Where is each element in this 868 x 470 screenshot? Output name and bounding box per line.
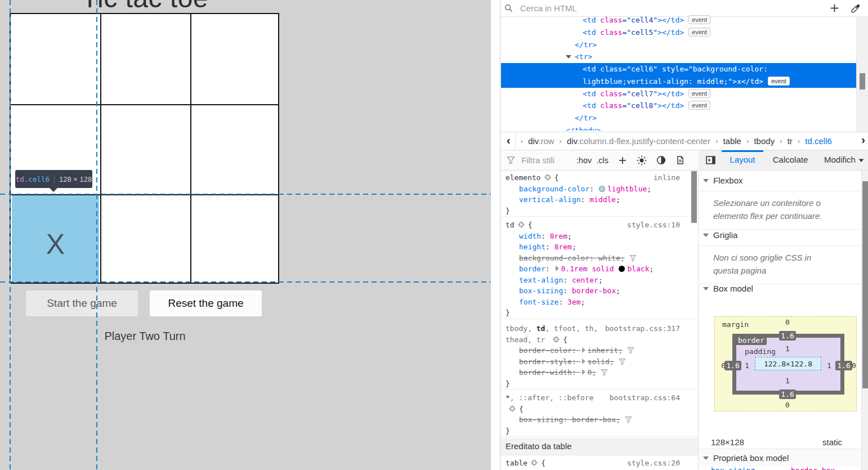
rule-source-link[interactable]: inline <box>654 172 680 183</box>
breadcrumb-forward-chevron[interactable]: › <box>861 133 865 146</box>
expand-arrow-icon[interactable] <box>582 369 585 375</box>
pseudo-class-toggle[interactable]: :hov <box>576 156 592 165</box>
rule-selector-line[interactable]: *, ::after, ::beforebootstrap.css:64 <box>505 392 699 404</box>
sidebar-toggle-icon[interactable] <box>703 153 718 168</box>
rule-declaration[interactable]: box-sizing: border-box; <box>505 285 699 297</box>
color-swatch[interactable] <box>599 186 605 192</box>
rule-declaration[interactable]: font-size: 3em; <box>505 297 699 308</box>
breadcrumb-item-div[interactable]: div.row <box>527 136 555 146</box>
add-node-icon[interactable] <box>827 1 842 16</box>
selector-highlighter-icon[interactable] <box>553 336 560 343</box>
overridden-filter-icon[interactable] <box>629 254 637 262</box>
overridden-filter-icon[interactable] <box>601 369 608 376</box>
filter-styles-placeholder[interactable]: Filtra stili <box>521 155 554 165</box>
padding-left-value[interactable]: 1 <box>739 361 755 370</box>
rule-declaration[interactable]: border: 0.1rem solid black; <box>505 263 699 275</box>
rule-source-link[interactable]: bootstrap.css:317 <box>605 323 680 334</box>
padding-bottom-value[interactable]: 1 <box>779 377 796 385</box>
boxmodel-section-header[interactable]: Box model <box>699 279 868 299</box>
rule-selector-line[interactable]: { <box>505 404 699 415</box>
breadcrumb-item-td[interactable]: td.cell6 <box>804 136 833 146</box>
css-rule[interactable]: tbody, td, tfoot, th,bootstrap.css:317th… <box>501 321 699 390</box>
css-rule[interactable]: td{style.css:10width: 8rem;height: 8rem;… <box>501 218 699 319</box>
rule-declaration[interactable]: border-color: inherit; <box>505 345 699 356</box>
grid-cell-cell6-highlighted[interactable]: X <box>12 195 99 283</box>
dark-mode-simulation-icon[interactable] <box>654 153 668 168</box>
expand-arrow-icon[interactable] <box>582 359 585 364</box>
start-game-button[interactable]: Start the game <box>26 290 138 316</box>
rule-selector-line[interactable]: thead, tr { <box>505 334 699 346</box>
expand-arrow-icon[interactable] <box>582 347 585 353</box>
event-badge[interactable]: event <box>688 15 710 24</box>
rule-selector-line[interactable]: elemento{inline <box>505 172 699 183</box>
breadcrumb-item-table[interactable]: table <box>722 136 742 146</box>
overridden-filter-icon[interactable] <box>627 347 634 354</box>
rule-source-link[interactable]: bootstrap.css:64 <box>610 392 680 404</box>
rule-declaration[interactable]: background-color: lightblue; <box>505 183 699 195</box>
margin-top-value[interactable]: 0 <box>779 318 796 326</box>
breadcrumb-item-div[interactable]: div.column.d-flex.justify-content-center <box>566 136 712 146</box>
tree-row[interactable]: </tbody> <box>501 124 856 131</box>
selector-highlighter-icon[interactable] <box>531 459 538 466</box>
print-media-simulation-icon[interactable] <box>673 153 687 168</box>
box-model-diagram[interactable]: margin border padding 122.8×122.8 0 1.6 … <box>714 316 857 411</box>
margin-right-value[interactable]: 0 <box>845 361 862 370</box>
selector-highlighter-icon[interactable] <box>518 221 525 228</box>
reset-game-button[interactable]: Reset the game <box>150 290 262 316</box>
tree-row[interactable]: <td class="cell4"></td>event <box>501 14 856 26</box>
css-rule[interactable]: elemento{inlinebackground-color: lightbl… <box>501 171 699 217</box>
grid-section-header[interactable]: Griglia <box>699 225 868 246</box>
eyedropper-icon[interactable] <box>848 1 863 16</box>
css-rule[interactable]: table{style.css:20 <box>501 456 699 469</box>
box-model-content-region[interactable]: 122.8×122.8 <box>755 357 821 370</box>
tree-row[interactable]: </tr> <box>501 39 856 51</box>
tree-row[interactable]: <td class="cell7"></td>event <box>501 88 856 100</box>
css-rules-panel[interactable]: elemento{inlinebackground-color: lightbl… <box>501 171 699 470</box>
rule-declaration[interactable]: border-style: solid; <box>505 356 699 368</box>
rule-declaration[interactable]: border-width: 0; <box>505 367 699 378</box>
border-top-value[interactable]: 1.6 <box>779 331 796 341</box>
tree-row[interactable]: <td class="cell8"></td>event <box>501 100 856 112</box>
rule-selector-line[interactable]: tbody, td, tfoot, th,bootstrap.css:317 <box>505 323 699 334</box>
boxmodel-properties-header[interactable]: Proprietà box model <box>699 449 868 467</box>
rule-selector-line[interactable]: td{style.css:10 <box>505 220 699 231</box>
tab-changes[interactable]: Modifiche <box>817 150 856 171</box>
rule-declaration[interactable]: width: 8rem; <box>505 231 699 242</box>
padding-top-value[interactable]: 1 <box>779 344 796 353</box>
tree-row[interactable]: <tr> <box>501 51 856 63</box>
tab-layout[interactable]: Layout <box>722 150 763 171</box>
rule-declaration[interactable]: vertical-align: middle; <box>505 194 699 205</box>
markup-tree[interactable]: <td class="cell4"></td>event<td class="c… <box>501 14 856 131</box>
breadcrumb-back-chevron[interactable]: ‹ <box>507 134 511 147</box>
css-rule[interactable]: *, ::after, ::beforebootstrap.css:64{box… <box>501 391 699 437</box>
event-badge[interactable]: event <box>768 77 790 86</box>
rule-declaration[interactable]: background-color: white; <box>505 253 699 264</box>
margin-bottom-value[interactable]: 0 <box>779 401 796 409</box>
tabs-overflow-chevron-icon[interactable] <box>858 157 865 164</box>
rule-source-link[interactable]: style.css:20 <box>627 458 680 469</box>
rule-declaration[interactable]: height: 8rem; <box>505 241 699 253</box>
event-badge[interactable]: event <box>688 101 710 110</box>
tree-row[interactable]: <td class="cell5"></td>event <box>501 26 856 39</box>
selector-highlighter-icon[interactable] <box>509 405 516 412</box>
tree-row[interactable]: </tr> <box>501 112 856 124</box>
selector-highlighter-icon[interactable] <box>544 174 551 181</box>
rule-declaration[interactable]: box-sizing: border-box; <box>505 414 699 426</box>
rule-source-link[interactable]: style.css:10 <box>627 220 680 231</box>
light-mode-simulation-icon[interactable] <box>634 153 649 168</box>
expand-twisty-icon[interactable] <box>566 55 571 59</box>
event-badge[interactable]: event <box>688 28 710 37</box>
overridden-filter-icon[interactable] <box>619 358 626 365</box>
class-toggle[interactable]: .cls <box>596 156 609 165</box>
breadcrumb-item-tbody[interactable]: tbody <box>753 136 776 146</box>
border-bottom-value[interactable]: 1.6 <box>779 390 796 399</box>
rule-selector-line[interactable]: table{style.css:20 <box>505 458 699 469</box>
flexbox-section-header[interactable]: Flexbox <box>699 171 868 191</box>
tab-computed[interactable]: Calcolate <box>763 150 817 171</box>
event-badge[interactable]: event <box>688 89 710 98</box>
tree-scrollbar-thumb[interactable] <box>860 73 865 89</box>
rules-scrollbar-thumb[interactable] <box>691 171 697 223</box>
expand-arrow-icon[interactable] <box>556 266 559 271</box>
tree-row-selected[interactable]: <td class="cell6" style="background-colo… <box>501 63 856 88</box>
breadcrumb-item-tr[interactable]: tr <box>786 136 794 146</box>
